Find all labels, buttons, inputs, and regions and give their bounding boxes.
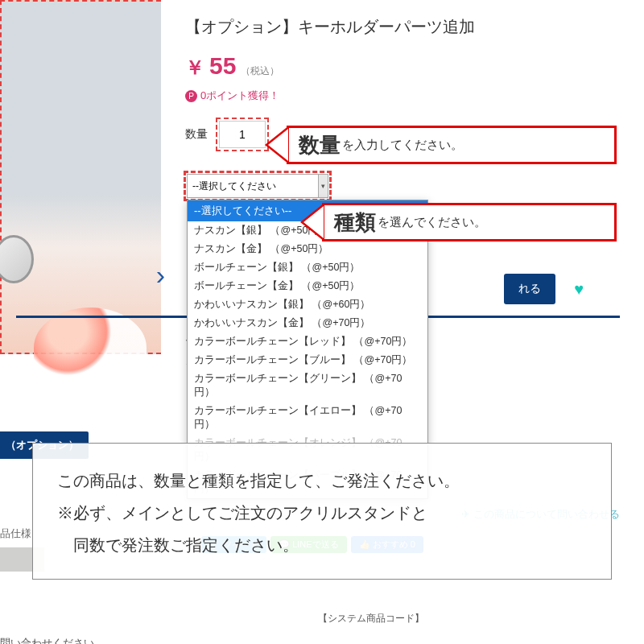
arrow-left-icon bbox=[300, 203, 324, 242]
tax-note: （税込） bbox=[241, 64, 279, 78]
quantity-label: 数量 bbox=[185, 127, 208, 142]
dropdown-option[interactable]: ボールチェーン【金】 （@+50円） bbox=[188, 277, 427, 295]
select-dropdown-icon[interactable]: ▾ bbox=[319, 174, 328, 198]
dropdown-option[interactable]: カラーボールチェーン【イエロー】 （@+70円） bbox=[188, 402, 427, 434]
keychain-ring-graphic bbox=[0, 235, 34, 283]
carousel-next-icon[interactable]: › bbox=[156, 259, 165, 291]
points-earned: P0ポイント獲得！ bbox=[185, 89, 620, 103]
add-to-cart-button[interactable]: れる bbox=[504, 274, 555, 304]
footer-text: 問い合わせください bbox=[0, 636, 94, 644]
dropdown-option[interactable]: かわいいナスカン【銀】 （@+60円） bbox=[188, 295, 427, 314]
quantity-input[interactable] bbox=[219, 121, 266, 148]
price-value: 55 bbox=[209, 52, 236, 80]
system-code-label: 【システム商品コード】 bbox=[318, 612, 424, 625]
product-image: › bbox=[0, 0, 161, 354]
character-graphic bbox=[34, 308, 147, 388]
currency-symbol: ￥ bbox=[185, 55, 204, 80]
dropdown-option[interactable]: カラーボールチェーン【グリーン】 （@+70円） bbox=[188, 369, 427, 402]
callout-type: 種類 を選んでください。 bbox=[322, 203, 617, 242]
callout-quantity: 数量 を入力してください。 bbox=[287, 126, 617, 164]
dropdown-option[interactable]: カラーボールチェーン【ブルー】 （@+70円） bbox=[188, 351, 427, 369]
points-badge-icon: P bbox=[185, 90, 197, 102]
dropdown-option[interactable]: ボールチェーン【銀】 （@+50円） bbox=[188, 258, 427, 277]
type-select[interactable] bbox=[187, 174, 319, 198]
arrow-left-icon bbox=[265, 126, 289, 164]
product-title: 【オプション】キーホルダーパーツ追加 bbox=[185, 16, 620, 38]
favorite-heart-icon[interactable]: ♥ bbox=[574, 280, 584, 299]
instruction-notice: この商品は、数量と種類を指定して、ご発注ください。 ※必ず、メインとしてご注文の… bbox=[32, 443, 612, 580]
dropdown-option[interactable]: かわいいナスカン【金】 （@+70円） bbox=[188, 314, 427, 332]
dropdown-option[interactable]: ナスカン【金】 （@+50円） bbox=[188, 240, 427, 258]
dropdown-option[interactable]: カラーボールチェーン【レッド】 （@+70円） bbox=[188, 332, 427, 351]
spec-tab[interactable]: 品仕様 bbox=[0, 526, 31, 541]
